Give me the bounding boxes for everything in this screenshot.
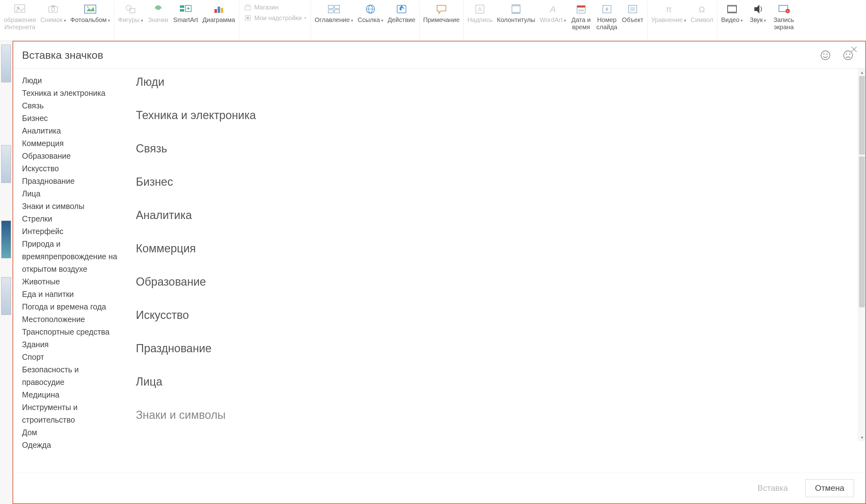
sidebar-category-item[interactable]: Связь bbox=[22, 99, 126, 112]
slidenum-icon: # bbox=[600, 2, 614, 16]
toc-icon bbox=[327, 2, 341, 16]
sidebar-category-item[interactable]: Транспортные средства bbox=[22, 325, 126, 338]
ribbon-store-label: Магазин bbox=[254, 4, 279, 11]
ribbon-equation[interactable]: π Уравнение bbox=[650, 1, 688, 25]
feedback-smile-button[interactable] bbox=[820, 49, 831, 61]
scroll-thumb[interactable] bbox=[859, 76, 865, 154]
sidebar-category-item[interactable]: Местоположение bbox=[22, 313, 126, 325]
ribbon-headerfooter[interactable]: Колонтитулы bbox=[495, 1, 537, 25]
ribbon-images-internet[interactable]: ображения Интернета bbox=[2, 1, 38, 32]
ribbon-my-addins[interactable]: Мои надстройки ▾ bbox=[244, 14, 306, 22]
ribbon-label: Номер слайда bbox=[596, 16, 617, 31]
ribbon-symbol[interactable]: Ω Символ bbox=[689, 1, 715, 25]
ribbon-label: Колонтитулы bbox=[497, 16, 535, 24]
sidebar-category-item[interactable]: Здания bbox=[22, 338, 126, 351]
insert-button[interactable]: Вставка bbox=[748, 479, 798, 497]
sidebar-category-item[interactable]: Животные bbox=[22, 275, 126, 288]
symbol-icon: Ω bbox=[695, 2, 709, 16]
action-icon bbox=[394, 2, 409, 16]
svg-rect-47 bbox=[728, 12, 736, 13]
content-section-heading: Образование bbox=[136, 275, 856, 288]
sidebar-category-item[interactable]: Природа и времяпрепровождение на открыто… bbox=[22, 238, 126, 275]
cancel-button[interactable]: Отмена bbox=[805, 479, 854, 497]
ribbon-action[interactable]: Действие bbox=[386, 1, 417, 25]
camera-icon bbox=[46, 2, 60, 16]
ribbon-textbox[interactable]: A Надпись bbox=[466, 1, 495, 25]
sidebar-category-item[interactable]: Медицина bbox=[22, 388, 126, 401]
scrollbar[interactable]: ▴ ▾ bbox=[858, 69, 865, 441]
scroll-up-icon[interactable]: ▴ bbox=[858, 69, 865, 76]
sidebar-category-item[interactable]: Бизнес bbox=[22, 112, 126, 124]
sidebar-category-item[interactable]: Лица bbox=[22, 187, 126, 200]
svg-rect-31 bbox=[512, 12, 520, 13]
sidebar-category-item[interactable]: Коммерция bbox=[22, 137, 126, 150]
ribbon-label: Звук bbox=[750, 16, 766, 24]
sidebar-category-item[interactable]: Стрелки bbox=[22, 213, 126, 225]
svg-marker-52 bbox=[754, 5, 759, 13]
ribbon-datetime[interactable]: Дата и время bbox=[568, 1, 594, 32]
ribbon-label: Фотоальбом bbox=[70, 16, 110, 24]
sidebar-category-item[interactable]: Погода и времена года bbox=[22, 300, 126, 313]
content-section-heading: Бизнес bbox=[136, 175, 856, 188]
ribbon-group-addins: Магазин Мои надстройки ▾ bbox=[239, 1, 311, 40]
ribbon-store[interactable]: Магазин bbox=[244, 3, 306, 11]
sidebar-category-item[interactable]: Техника и электроника bbox=[22, 87, 126, 99]
sidebar-category-item[interactable]: Интерфейс bbox=[22, 225, 126, 238]
ribbon-smartart[interactable]: SmartArt bbox=[171, 1, 200, 25]
ribbon-group-images: ображения Интернета Снимок Фотоальбом bbox=[0, 1, 114, 40]
ribbon-group-comments: Примечание bbox=[420, 1, 464, 40]
svg-text:#: # bbox=[605, 7, 608, 12]
ribbon-screenshot[interactable]: Снимок bbox=[38, 1, 68, 25]
object-icon bbox=[625, 2, 640, 16]
svg-point-58 bbox=[821, 51, 830, 60]
ribbon-video[interactable]: Видео bbox=[719, 1, 745, 25]
sidebar-category-item[interactable]: Аналитика bbox=[22, 124, 126, 137]
svg-text:π: π bbox=[666, 4, 672, 14]
content-section-heading: Празднование bbox=[136, 342, 856, 355]
ribbon-photoalbum[interactable]: Фотоальбом bbox=[68, 1, 112, 25]
sidebar-category-item[interactable]: Дом bbox=[22, 426, 126, 439]
screenrec-icon: + bbox=[777, 2, 791, 16]
ribbon-chart[interactable]: Диаграмма bbox=[201, 1, 237, 25]
ribbon-label: Диаграмма bbox=[202, 16, 235, 24]
ribbon-wordart[interactable]: A WordArt bbox=[538, 1, 568, 25]
ribbon-label: Примечание bbox=[423, 16, 460, 24]
dialog-header: Вставка значков bbox=[13, 42, 865, 69]
textbox-icon: A bbox=[473, 2, 487, 16]
ribbon-label: Объект bbox=[622, 16, 643, 24]
scroll-thumb[interactable] bbox=[859, 157, 865, 307]
ribbon-comment[interactable]: Примечание bbox=[421, 1, 462, 25]
dialog-body: ЛюдиТехника и электроникаСвязьБизнесАнал… bbox=[13, 69, 865, 472]
close-button[interactable] bbox=[850, 45, 858, 55]
sidebar-category-item[interactable]: Празднование bbox=[22, 175, 126, 187]
scroll-down-icon[interactable]: ▾ bbox=[858, 434, 865, 441]
sidebar-category-item[interactable]: Еда и напитки bbox=[22, 288, 126, 300]
ribbon-toc[interactable]: Оглавление bbox=[313, 1, 355, 25]
sidebar-category-item[interactable]: Одежда bbox=[22, 439, 126, 451]
ribbon-group-links: Оглавление Ссылка Действие bbox=[311, 1, 420, 40]
ribbon-slidenum[interactable]: # Номер слайда bbox=[594, 1, 620, 32]
ribbon-audio[interactable]: Звук bbox=[746, 1, 771, 25]
sidebar-category-item[interactable]: Искусство bbox=[22, 162, 126, 175]
svg-text:Ω: Ω bbox=[699, 5, 705, 14]
svg-rect-11 bbox=[180, 9, 184, 12]
sidebar-category-item[interactable]: Знаки и символы bbox=[22, 200, 126, 213]
ribbon-group-text: A Надпись Колонтитулы A WordArt Дата и в… bbox=[464, 1, 647, 40]
ribbon-label: Фигуры bbox=[118, 16, 143, 24]
sidebar-category-item[interactable]: Спорт bbox=[22, 351, 126, 363]
datetime-icon bbox=[574, 2, 588, 16]
sidebar-category-item[interactable]: Образование bbox=[22, 150, 126, 162]
svg-point-51 bbox=[734, 5, 735, 6]
sidebar-category-item[interactable]: Безопасность и правосудие bbox=[22, 363, 126, 388]
sidebar-category-item[interactable]: Люди bbox=[22, 74, 126, 87]
ribbon-object[interactable]: Объект bbox=[620, 1, 645, 25]
sidebar-category-item[interactable]: Инструменты и строительство bbox=[22, 401, 126, 426]
ribbon-label: Видео bbox=[721, 16, 743, 24]
ribbon-label: Значки bbox=[148, 16, 168, 24]
svg-rect-14 bbox=[221, 8, 223, 13]
ribbon-screenrec[interactable]: + Запись экрана bbox=[771, 1, 797, 32]
icons-icon bbox=[151, 2, 165, 16]
ribbon-link[interactable]: Ссылка bbox=[356, 1, 385, 25]
ribbon-icons[interactable]: Значки bbox=[146, 1, 171, 25]
ribbon-shapes[interactable]: Фигуры bbox=[116, 1, 145, 25]
